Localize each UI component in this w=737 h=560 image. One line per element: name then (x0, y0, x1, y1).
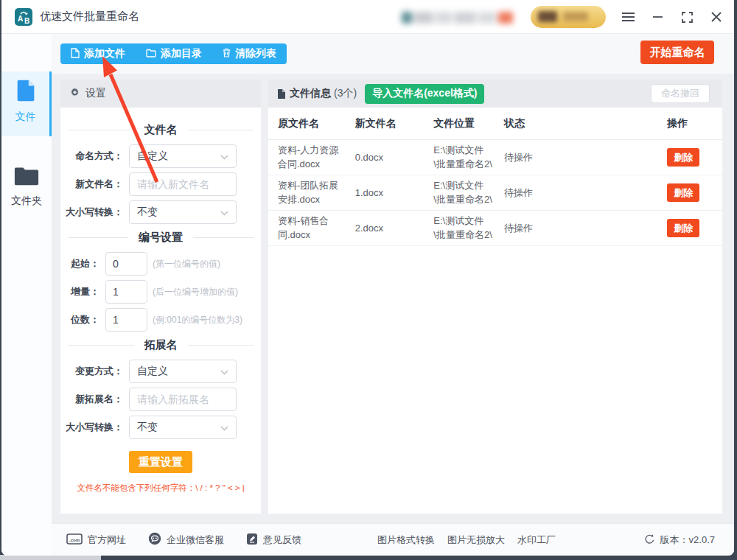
col-old-name: 原文件名 (278, 117, 355, 130)
document-icon (277, 88, 286, 99)
sidebar-item-folders[interactable]: 文件夹 (1, 156, 52, 215)
wechat-service-link[interactable]: 企业微信客服 (148, 532, 224, 547)
close-icon[interactable] (702, 0, 731, 34)
add-directory-button[interactable]: 添加目录 (136, 43, 212, 64)
folder-icon (13, 177, 40, 189)
digits-input[interactable] (105, 308, 147, 332)
status-text: 待操作 (504, 222, 667, 235)
old-filename: 资料-人力资源 合同.docx (278, 144, 355, 172)
reset-settings-button[interactable]: 重置设置 (129, 451, 192, 473)
settings-panel-header: 设置 (60, 80, 261, 108)
background-window-edge (0, 555, 101, 560)
naming-method-row: 命名方式： 自定义 (60, 144, 261, 168)
promo-watermark[interactable]: 水印工厂 (517, 533, 556, 547)
footer: .com 官方网址 企业微信客服 意见反馈 (52, 523, 734, 556)
file-location: E:\测试文件 \批量重命名2\ (433, 214, 504, 242)
toolbar-button-group: 添加文件 添加目录 清除列表 (60, 43, 287, 64)
file-count: (3个) (334, 87, 357, 100)
new-filename: 0.docx (355, 152, 434, 163)
svg-text:.com: .com (69, 537, 80, 542)
case-convert-row: 大小写转换： 不变 (60, 200, 261, 224)
section-heading-extension: 拓展名 (60, 337, 261, 352)
extension-method-select[interactable]: 自定义 (129, 360, 237, 383)
maximize-icon[interactable] (672, 0, 702, 34)
titlebar: A B 优速文件批量重命名 (1, 0, 734, 34)
official-website-link[interactable]: .com 官方网址 (66, 533, 126, 547)
increment-input[interactable] (105, 280, 147, 304)
import-filenames-button[interactable]: 导入文件名(excel格式) (365, 84, 484, 104)
start-number-row: 起始： (第一位编号的值) (60, 252, 261, 276)
start-rename-button[interactable]: 开始重命名 (640, 41, 714, 64)
add-file-button[interactable]: 添加文件 (60, 43, 136, 64)
delete-button[interactable]: 删除 (667, 219, 699, 237)
sidebar: 文件 文件夹 (1, 34, 52, 556)
status-text: 待操作 (504, 186, 667, 200)
new-filename: 1.docx (355, 187, 434, 198)
section-heading-numbering: 编号设置 (60, 230, 261, 245)
sidebar-item-files[interactable]: 文件 (1, 71, 52, 136)
version-text: 版本：v2.0.7 (660, 533, 715, 547)
extension-case-select[interactable]: 不变 (129, 416, 237, 439)
case-convert-select[interactable]: 不变 (129, 200, 237, 224)
col-new-name: 新文件名 (355, 117, 434, 130)
feedback-icon (246, 533, 258, 547)
blurred-account-text (402, 9, 521, 27)
chevron-down-icon (220, 421, 228, 433)
svg-text:B: B (24, 17, 29, 25)
promo-image-convert[interactable]: 图片格式转换 (377, 533, 435, 547)
new-filename-row: 新文件名： (60, 172, 261, 196)
file-table-panel: 文件信息 (3个) 导入文件名(excel格式) 命名撤回 原文件名 新文件名 … (268, 80, 722, 514)
minimize-icon[interactable] (643, 0, 672, 34)
chevron-down-icon (220, 365, 228, 377)
file-info-title: 文件信息 (290, 87, 331, 100)
delete-button[interactable]: 删除 (667, 183, 699, 202)
file-add-icon (71, 48, 80, 60)
svg-text:A: A (18, 15, 23, 23)
naming-method-select[interactable]: 自定义 (129, 144, 237, 168)
extension-case-row: 大小写转换： 不变 (60, 416, 261, 439)
clear-list-button[interactable]: 清除列表 (212, 43, 287, 64)
sidebar-item-label: 文件 (1, 111, 49, 124)
settings-panel: 设置 文件名 命名方式： 自定义 新文件名： (60, 80, 261, 514)
invalid-chars-warning: 文件名不能包含下列任何字符：\ / : * ? " < > | (60, 483, 261, 494)
table-row: 资料-销售合 同.docx 2.docx E:\测试文件 \批量重命名2\ 待操… (268, 211, 722, 246)
folder-add-icon (146, 48, 156, 60)
new-filename-input[interactable] (129, 172, 237, 196)
new-filename: 2.docx (355, 223, 434, 234)
main-area: 添加文件 添加目录 清除列表 开始重命名 (52, 34, 734, 556)
digits-row: 位数： (例:001的编号位数为3) (60, 308, 261, 332)
wechat-service-icon (148, 532, 161, 547)
col-action: 操作 (667, 117, 722, 130)
new-extension-input[interactable] (129, 388, 237, 411)
file-icon (13, 93, 38, 105)
new-extension-row: 新拓展名： (60, 388, 261, 411)
file-table-header: 文件信息 (3个) 导入文件名(excel格式) 命名撤回 (268, 80, 722, 108)
file-location: E:\测试文件 \批量重命名2\ (433, 144, 504, 172)
section-heading-filename: 文件名 (60, 122, 261, 137)
start-number-input[interactable] (105, 252, 147, 276)
content-area: 设置 文件名 命名方式： 自定义 新文件名： (52, 74, 734, 523)
table-row: 资料-团队拓展 安排.docx 1.docx E:\测试文件 \批量重命名2\ … (268, 175, 722, 211)
old-filename: 资料-团队拓展 安排.docx (278, 179, 355, 207)
chevron-down-icon (220, 206, 228, 218)
table-row: 资料-人力资源 合同.docx 0.docx E:\测试文件 \批量重命名2\ … (268, 140, 722, 175)
status-text: 待操作 (504, 151, 667, 164)
col-location: 文件位置 (433, 117, 504, 130)
gear-icon (69, 87, 80, 100)
col-status: 状态 (504, 117, 667, 130)
rename-undo-button[interactable]: 命名撤回 (651, 84, 710, 103)
extension-method-row: 变更方式： 自定义 (60, 360, 261, 383)
delete-button[interactable]: 删除 (667, 148, 699, 167)
increment-row: 增量： (后一位编号增加的值) (60, 280, 261, 304)
vip-badge[interactable] (531, 6, 606, 28)
app-window: A B 优速文件批量重命名 (1, 0, 734, 556)
feedback-link[interactable]: 意见反馈 (246, 533, 301, 547)
table-header-row: 原文件名 新文件名 文件位置 状态 操作 (268, 108, 722, 140)
app-logo-icon: A B (15, 8, 32, 26)
app-title: 优速文件批量重命名 (40, 10, 139, 24)
promo-image-upscale[interactable]: 图片无损放大 (447, 533, 505, 547)
menu-icon[interactable] (613, 0, 643, 34)
window-controls (613, 0, 734, 34)
old-filename: 资料-销售合 同.docx (278, 214, 355, 242)
website-icon: .com (66, 533, 83, 547)
